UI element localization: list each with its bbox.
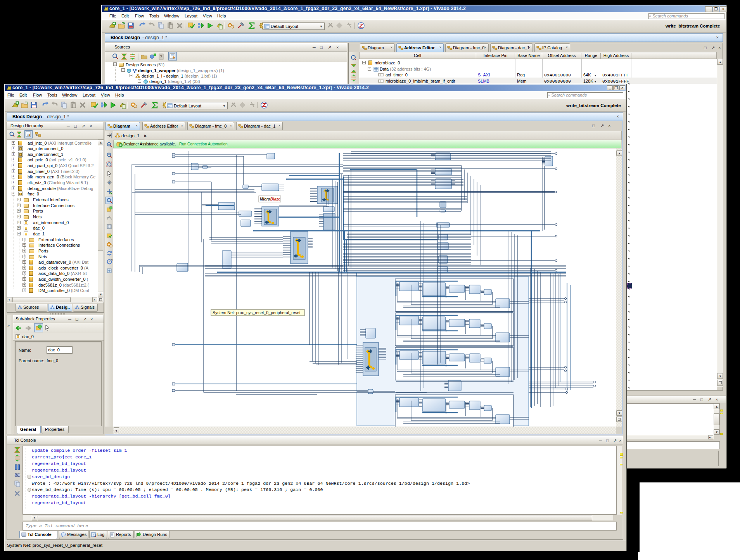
svg-text:MicroBlaze: MicroBlaze — [260, 197, 280, 201]
svg-text:System Net: proc_sys_reset_0_p: System Net: proc_sys_reset_0_peripheral_… — [213, 310, 301, 315]
svg-text:?: ? — [160, 54, 163, 59]
